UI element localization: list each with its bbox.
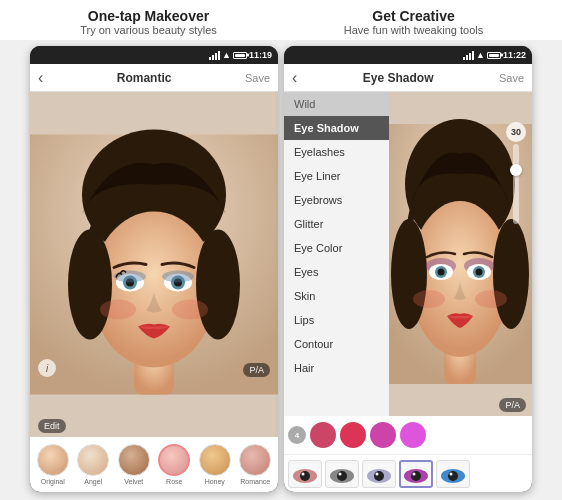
signal-icon-2 bbox=[463, 50, 474, 60]
slider-track[interactable] bbox=[513, 144, 519, 224]
svg-point-43 bbox=[376, 472, 379, 475]
slider-thumb[interactable] bbox=[510, 164, 522, 176]
color-swatch[interactable] bbox=[310, 422, 336, 448]
svg-point-30 bbox=[413, 290, 445, 308]
svg-point-14 bbox=[100, 300, 136, 320]
menu-item-glitter[interactable]: Glitter bbox=[284, 212, 389, 236]
swatch-count: 4 bbox=[288, 426, 306, 444]
menu-item-eyebrows[interactable]: Eyebrows bbox=[284, 188, 389, 212]
eye-thumb-item[interactable] bbox=[325, 460, 359, 488]
svg-point-31 bbox=[475, 290, 507, 308]
top-labels-row: One-tap Makeover Try on various beauty s… bbox=[0, 0, 562, 40]
menu-item-eye-liner[interactable]: Eye Liner bbox=[284, 164, 389, 188]
save-button-1[interactable]: Save bbox=[245, 72, 270, 84]
time-display-2: 11:22 bbox=[503, 50, 526, 60]
save-button-2[interactable]: Save bbox=[499, 72, 524, 84]
thumbnail-item[interactable]: Velvet bbox=[115, 444, 153, 485]
status-icons-2: ▲ 11:22 bbox=[463, 50, 526, 60]
screen-title-1: Romantic bbox=[117, 71, 172, 85]
signal-icon bbox=[209, 50, 220, 60]
phone1: ▲ 11:19 ‹ Romantic Save bbox=[30, 46, 278, 492]
thumbnail-item[interactable]: Honey bbox=[196, 444, 234, 485]
thumb-circle bbox=[77, 444, 109, 476]
edit-badge-1[interactable]: Edit bbox=[38, 419, 66, 433]
svg-point-15 bbox=[172, 300, 208, 320]
phone2-body: WildEye ShadowEyelashesEye LinerEyebrows… bbox=[284, 92, 532, 416]
thumb-label: Rose bbox=[166, 478, 182, 485]
menu-item-skin[interactable]: Skin bbox=[284, 284, 389, 308]
battery-icon-2 bbox=[487, 52, 501, 59]
thumbnail-item[interactable]: Original bbox=[34, 444, 72, 485]
thumb-label: Honey bbox=[205, 478, 225, 485]
thumb-circle bbox=[158, 444, 190, 476]
color-swatch[interactable] bbox=[400, 422, 426, 448]
left-title: One-tap Makeover bbox=[16, 8, 281, 24]
thumbnail-item[interactable]: Romance bbox=[237, 444, 275, 485]
status-bar-1: ▲ 11:19 bbox=[30, 46, 278, 64]
svg-point-5 bbox=[196, 230, 240, 340]
thumb-label: Romance bbox=[240, 478, 270, 485]
left-subtitle: Try on various beauty styles bbox=[16, 24, 281, 36]
svg-point-39 bbox=[339, 472, 342, 475]
right-subtitle: Have fun with tweaking tools bbox=[281, 24, 546, 36]
thumb-circle bbox=[239, 444, 271, 476]
right-title: Get Creative bbox=[281, 8, 546, 24]
info-badge-1[interactable]: i bbox=[38, 359, 56, 377]
phone2: ▲ 11:22 ‹ Eye Shadow Save WildEye Shadow… bbox=[284, 46, 532, 492]
thumb-label: Velvet bbox=[124, 478, 143, 485]
wifi-icon-2: ▲ bbox=[476, 50, 485, 60]
svg-point-38 bbox=[337, 471, 347, 481]
svg-point-42 bbox=[374, 471, 384, 481]
status-icons-1: ▲ 11:19 bbox=[209, 50, 272, 60]
battery-icon bbox=[233, 52, 247, 59]
svg-point-21 bbox=[493, 219, 529, 329]
slider-value: 30 bbox=[506, 122, 526, 142]
face-area-2: 30 P/A bbox=[389, 92, 532, 416]
thumb-label: Original bbox=[41, 478, 65, 485]
eye-thumb-item[interactable] bbox=[362, 460, 396, 488]
svg-point-13 bbox=[162, 271, 194, 283]
svg-point-50 bbox=[448, 471, 458, 481]
eye-thumb-item[interactable] bbox=[288, 460, 322, 488]
menu-item-hair[interactable]: Hair bbox=[284, 356, 389, 380]
status-bar-2: ▲ 11:22 bbox=[284, 46, 532, 64]
menu-item-eye-shadow[interactable]: Eye Shadow bbox=[284, 116, 389, 140]
svg-point-35 bbox=[302, 472, 305, 475]
app-header-1: ‹ Romantic Save bbox=[30, 64, 278, 92]
pa-badge-1[interactable]: P/A bbox=[243, 363, 270, 377]
menu-panel: WildEye ShadowEyelashesEye LinerEyebrows… bbox=[284, 92, 389, 416]
face-image-1 bbox=[30, 92, 278, 437]
phones-row: ▲ 11:19 ‹ Romantic Save bbox=[0, 40, 562, 500]
menu-item-wild[interactable]: Wild bbox=[284, 92, 389, 116]
color-swatch[interactable] bbox=[340, 422, 366, 448]
eye-strip bbox=[284, 454, 532, 492]
thumbnail-item[interactable]: Angel bbox=[75, 444, 113, 485]
menu-item-eyelashes[interactable]: Eyelashes bbox=[284, 140, 389, 164]
menu-item-contour[interactable]: Contour bbox=[284, 332, 389, 356]
slider-area[interactable]: 30 bbox=[506, 122, 526, 224]
thumb-circle bbox=[37, 444, 69, 476]
svg-point-47 bbox=[413, 472, 416, 475]
wifi-icon: ▲ bbox=[222, 50, 231, 60]
face-area-1: i P/A Edit bbox=[30, 92, 278, 437]
svg-point-34 bbox=[300, 471, 310, 481]
left-headline: One-tap Makeover Try on various beauty s… bbox=[16, 8, 281, 36]
back-button-2[interactable]: ‹ bbox=[292, 69, 297, 87]
svg-point-26 bbox=[438, 269, 445, 276]
back-button-1[interactable]: ‹ bbox=[38, 69, 43, 87]
color-swatch[interactable] bbox=[370, 422, 396, 448]
svg-point-29 bbox=[476, 269, 483, 276]
svg-point-46 bbox=[411, 471, 421, 481]
right-headline: Get Creative Have fun with tweaking tool… bbox=[281, 8, 546, 36]
screen-title-2: Eye Shadow bbox=[363, 71, 434, 85]
eye-thumb-item[interactable] bbox=[436, 460, 470, 488]
menu-item-eyes[interactable]: Eyes bbox=[284, 260, 389, 284]
eye-thumb-item[interactable] bbox=[399, 460, 433, 488]
thumb-label: Angel bbox=[84, 478, 102, 485]
pa-badge-2[interactable]: P/A bbox=[499, 398, 526, 412]
thumbnail-item[interactable]: Rose bbox=[156, 444, 194, 485]
svg-point-51 bbox=[450, 472, 453, 475]
menu-item-eye-color[interactable]: Eye Color bbox=[284, 236, 389, 260]
time-display-1: 11:19 bbox=[249, 50, 272, 60]
menu-item-lips[interactable]: Lips bbox=[284, 308, 389, 332]
